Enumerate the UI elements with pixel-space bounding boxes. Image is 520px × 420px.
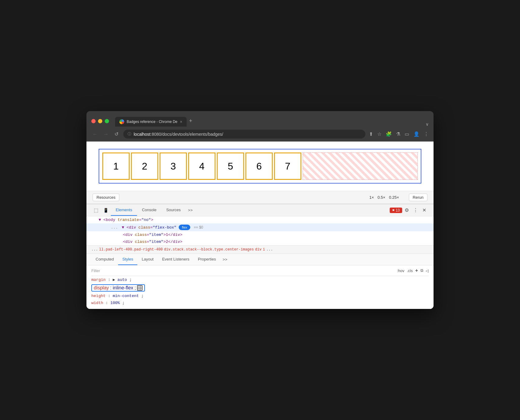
styles-panel: Filter :hov .cls + ⧉ ◁ margin : ▶ auto ; xyxy=(86,265,434,309)
breadcrumb-row: ... ll.pad-left-400.pad-right-400 div.st… xyxy=(86,245,434,254)
devtools-more-icon[interactable]: ⋮ xyxy=(413,207,418,213)
breadcrumb-i[interactable]: i xyxy=(263,247,265,252)
browser-tab[interactable]: Badges reference - Chrome De × xyxy=(115,117,187,127)
extension-icon[interactable]: 🧩 xyxy=(386,131,392,137)
settings-icon[interactable]: ⚙ xyxy=(405,207,409,213)
back-button[interactable]: ← xyxy=(91,131,99,138)
cls-button[interactable]: .cls xyxy=(407,268,413,273)
devtools-tabs-bar: ⬚ 📱 Elements Console Sources >> ✖ 13 xyxy=(86,204,434,216)
css-margin-rule: margin : ▶ auto ; xyxy=(91,276,429,283)
forward-button[interactable]: → xyxy=(102,131,110,138)
zoom-05x-button[interactable]: 0.5× xyxy=(378,195,385,200)
zoom-025x-button[interactable]: 0.25× xyxy=(389,195,399,200)
browser-content: 1 2 3 4 5 6 7 Resources 1× 0.5× 0.25× Re… xyxy=(86,142,434,309)
breadcrumb-ellipsis: ... xyxy=(91,247,98,252)
html-tree: ▼ <body translate="no"> ... ▼ <div class… xyxy=(86,216,434,245)
margin-property: margin xyxy=(91,278,106,282)
tree-row-item1: <div class="item">1</div> xyxy=(86,231,434,238)
title-bar: Badges reference - Chrome De × + ∨ xyxy=(86,111,434,127)
tab-close-button[interactable]: × xyxy=(180,119,182,124)
refresh-button[interactable]: ↺ xyxy=(113,131,120,138)
more-icon[interactable]: ⋮ xyxy=(424,131,429,137)
flex-item-1: 1 xyxy=(102,152,130,180)
browser-window: Badges reference - Chrome De × + ∨ ← → ↺… xyxy=(86,111,434,309)
item2-tag: <div class="item">2</div> xyxy=(123,240,182,244)
share-icon[interactable]: ⬆ xyxy=(369,131,373,137)
new-tab-button[interactable]: + xyxy=(187,115,195,127)
tab-sources[interactable]: Sources xyxy=(161,205,186,216)
filter-row: Filter :hov .cls + ⧉ ◁ xyxy=(91,268,429,276)
toolbar-icons: ⬆ ☆ 🧩 ⚗ ▭ 👤 ⋮ xyxy=(369,131,429,137)
tab-event-listeners[interactable]: Event Listeners xyxy=(158,254,194,265)
filter-actions: :hov .cls + ⧉ ◁ xyxy=(397,268,429,273)
bookmark-icon[interactable]: ☆ xyxy=(377,131,381,137)
tab-styles[interactable]: Styles xyxy=(118,254,137,265)
zoom-1x-button[interactable]: 1× xyxy=(369,195,374,200)
close-button[interactable] xyxy=(91,119,96,123)
inline-flex-icon[interactable] xyxy=(137,285,142,291)
filter-input[interactable]: Filter xyxy=(91,268,393,273)
overflow-area xyxy=(303,152,418,180)
url-path: :8080/docs/devtools/elements/badges/ xyxy=(150,132,223,137)
flex-item-7: 7 xyxy=(274,152,301,180)
width-property: width xyxy=(91,301,103,305)
error-badge[interactable]: ✖ 13 xyxy=(390,208,402,213)
display-badge-box: display : inline-flex ; xyxy=(91,284,145,292)
profile-icon[interactable]: 👤 xyxy=(413,131,420,137)
tab-list-chevron-icon[interactable]: ∨ xyxy=(426,122,429,127)
breadcrumb-ll[interactable]: ll.pad-left-400.pad-right-400 xyxy=(99,247,163,252)
display-rule-row: display : inline-flex ; xyxy=(91,283,429,292)
lower-tab-more-button[interactable]: >> xyxy=(220,254,230,265)
devtools-close-icon[interactable]: ✕ xyxy=(422,207,426,213)
tab-console[interactable]: Console xyxy=(137,205,161,216)
body-tag[interactable]: ▼ <body translate="no"> xyxy=(99,218,153,222)
tree-row-body: ▼ <body translate="no"> xyxy=(86,216,434,223)
tab-properties[interactable]: Properties xyxy=(194,254,220,265)
tab-title: Badges reference - Chrome De xyxy=(127,120,177,124)
margin-value: auto xyxy=(118,278,127,282)
window-toggle-icon[interactable]: ▭ xyxy=(405,131,409,137)
device-toolbar-icon[interactable]: 📱 xyxy=(101,205,111,216)
devtools-panel: ⬚ 📱 Elements Console Sources >> ✖ 13 xyxy=(86,204,434,309)
url-bar[interactable]: ⓘ localhost:8080/docs/devtools/elements/… xyxy=(123,130,365,138)
copy-styles-icon[interactable]: ⧉ xyxy=(420,268,423,273)
flex-item-6: 6 xyxy=(245,152,273,180)
url-host: localhost xyxy=(134,132,150,137)
toggle-sidebar-icon[interactable]: ◁ xyxy=(426,268,429,273)
rerun-button[interactable]: Rerun xyxy=(409,194,427,201)
tab-computed[interactable]: Computed xyxy=(91,254,118,265)
breadcrumb-div-stack[interactable]: div.stack.stack--block.type.center-image… xyxy=(164,247,254,252)
demo-area: 1 2 3 4 5 6 7 xyxy=(86,142,434,191)
height-property: height xyxy=(91,294,106,298)
resources-button[interactable]: Resources xyxy=(93,194,119,201)
add-style-button[interactable]: + xyxy=(415,268,418,273)
controls-bar: Resources 1× 0.5× 0.25× Rerun xyxy=(86,191,434,204)
display-property: display xyxy=(94,285,109,291)
tab-elements[interactable]: Elements xyxy=(111,205,137,216)
maximize-button[interactable] xyxy=(105,119,109,123)
item1-tag: <div class="item">1</div> xyxy=(123,233,182,237)
tab-layout[interactable]: Layout xyxy=(137,254,158,265)
height-value: min-content xyxy=(113,294,139,298)
css-height-rule: height : min-content ; xyxy=(91,292,429,299)
element-picker-icon[interactable]: ⬚ xyxy=(91,204,101,216)
flex-badge[interactable]: flex xyxy=(179,225,190,230)
flex-demo-container: 1 2 3 4 5 6 7 xyxy=(99,149,421,184)
hov-button[interactable]: :hov xyxy=(397,268,405,273)
div-tag: ▼ <div class="flex-box" xyxy=(122,225,176,230)
tree-dots: ... xyxy=(111,225,118,230)
error-icon: ✖ xyxy=(392,208,395,212)
dollar-zero: == $0 xyxy=(194,225,203,229)
flask-icon[interactable]: ⚗ xyxy=(396,131,400,137)
minimize-button[interactable] xyxy=(98,119,102,123)
tree-row-div[interactable]: ... ▼ <div class="flex-box" flex == $0 xyxy=(86,223,434,231)
width-value: 100% xyxy=(110,301,120,305)
flex-item-5: 5 xyxy=(217,152,244,180)
breadcrumb-div[interactable]: div xyxy=(255,247,262,252)
tree-row-item2: <div class="item">2</div> xyxy=(86,238,434,245)
devtools-action-icons: ⚙ ⋮ ✕ xyxy=(402,207,429,213)
tab-more-button[interactable]: >> xyxy=(186,205,195,215)
lower-tabs: Computed Styles Layout Event Listeners P… xyxy=(86,254,434,265)
chrome-favicon xyxy=(119,119,124,124)
error-count: 13 xyxy=(396,208,400,212)
